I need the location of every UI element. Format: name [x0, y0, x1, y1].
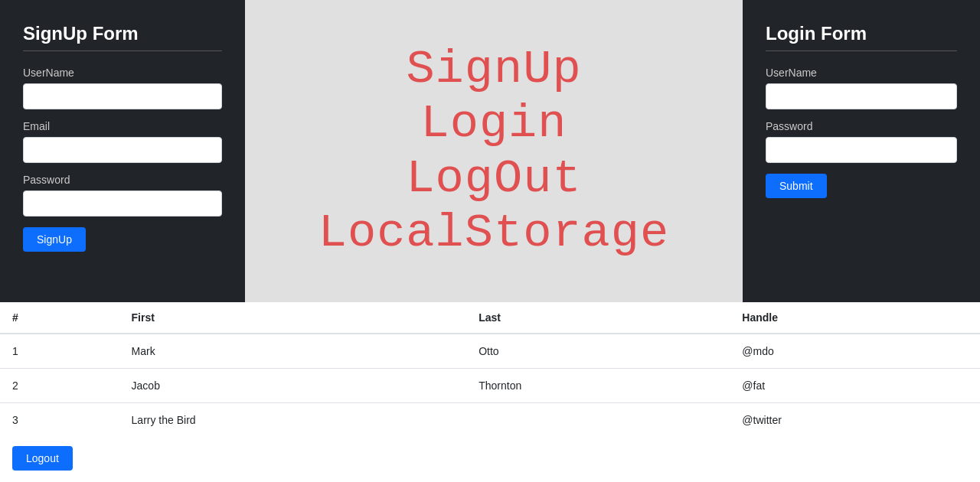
- col-header-handle: Handle: [730, 302, 980, 334]
- signup-email-input[interactable]: [23, 137, 222, 163]
- table-row: 2 Jacob Thornton @fat: [0, 369, 980, 403]
- table-body: 1 Mark Otto @mdo 2 Jacob Thornton @fat 3…: [0, 334, 980, 437]
- login-form-title: Login Form: [766, 23, 957, 44]
- login-panel: Login Form UserName Password Submit: [743, 0, 980, 302]
- table-row: 3 Larry the Bird @twitter: [0, 403, 980, 438]
- user-table: # First Last Handle 1 Mark Otto @mdo 2 J…: [0, 302, 980, 437]
- table-header: # First Last Handle: [0, 302, 980, 334]
- table-header-row: # First Last Handle: [0, 302, 980, 334]
- cell-last-2: Thornton: [466, 369, 730, 403]
- center-link-login[interactable]: Login: [420, 96, 567, 151]
- col-header-last: Last: [466, 302, 730, 334]
- signup-username-input[interactable]: [23, 83, 222, 109]
- cell-first-1: Mark: [119, 334, 467, 369]
- login-username-label: UserName: [766, 67, 957, 79]
- login-password-label: Password: [766, 120, 957, 132]
- signup-panel: SignUp Form UserName Email Password Sign…: [0, 0, 245, 302]
- bottom-bar: Logout: [0, 437, 980, 480]
- cell-handle-3: @twitter: [730, 403, 980, 438]
- center-link-localstorage[interactable]: LocalStorage: [318, 206, 669, 260]
- signup-divider: [23, 50, 222, 51]
- login-submit-button[interactable]: Submit: [766, 174, 827, 198]
- signup-password-label: Password: [23, 174, 222, 186]
- cell-first-3: Larry the Bird: [119, 403, 467, 438]
- signup-username-label: UserName: [23, 67, 222, 79]
- col-header-num: #: [0, 302, 119, 334]
- signup-email-label: Email: [23, 120, 222, 132]
- login-username-input[interactable]: [766, 83, 957, 109]
- cell-last-1: Otto: [466, 334, 730, 369]
- cell-handle-1: @mdo: [730, 334, 980, 369]
- center-panel: SignUp Login LogOut LocalStorage: [245, 0, 743, 302]
- center-link-logout[interactable]: LogOut: [406, 151, 581, 206]
- logout-button[interactable]: Logout: [12, 446, 73, 471]
- col-header-first: First: [119, 302, 467, 334]
- center-link-signup[interactable]: SignUp: [406, 42, 581, 96]
- login-password-input[interactable]: [766, 137, 957, 163]
- cell-num-2: 2: [0, 369, 119, 403]
- signup-password-input[interactable]: [23, 191, 222, 217]
- cell-last-3: [466, 403, 730, 438]
- user-table-section: # First Last Handle 1 Mark Otto @mdo 2 J…: [0, 302, 980, 437]
- table-row: 1 Mark Otto @mdo: [0, 334, 980, 369]
- signup-submit-button[interactable]: SignUp: [23, 227, 86, 252]
- signup-form-title: SignUp Form: [23, 23, 222, 44]
- cell-num-1: 1: [0, 334, 119, 369]
- cell-num-3: 3: [0, 403, 119, 438]
- cell-handle-2: @fat: [730, 369, 980, 403]
- cell-first-2: Jacob: [119, 369, 467, 403]
- login-divider: [766, 50, 957, 51]
